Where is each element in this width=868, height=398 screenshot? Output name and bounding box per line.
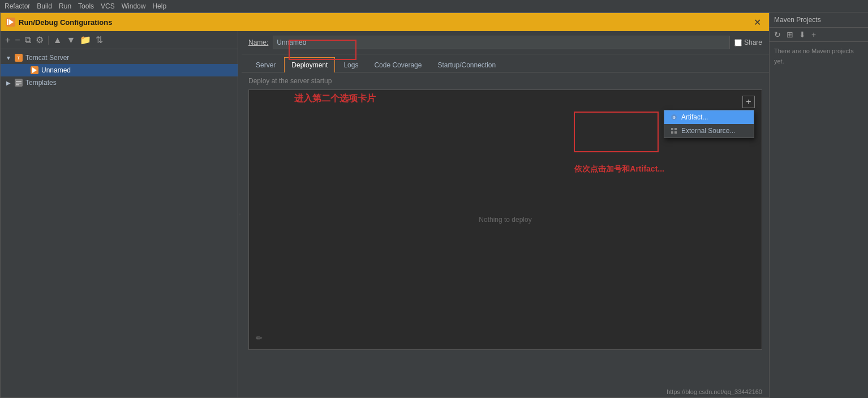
move-down-btn[interactable]: ▼	[66, 36, 77, 45]
dialog-close-button[interactable]: ✕	[751, 17, 763, 28]
share-label: Share	[744, 38, 762, 46]
svg-text:⚙: ⚙	[672, 115, 676, 119]
unnamed-label: Unnamed	[41, 66, 71, 74]
name-input[interactable]	[273, 36, 730, 49]
svg-rect-14	[674, 131, 677, 134]
tabs-bar: Server Deployment Logs Code Coverage Sta…	[242, 54, 769, 72]
dropdown-artifact[interactable]: ⚙ Artifact...	[664, 110, 754, 124]
menu-window[interactable]: Window	[122, 2, 146, 10]
templates-arrow: ▶	[5, 79, 12, 86]
unnamed-config-item[interactable]: Unnamed	[1, 64, 238, 76]
templates-label: Templates	[25, 79, 57, 87]
add-config-btn[interactable]: +	[4, 36, 11, 45]
menu-bar: Refactor Build Run Tools VCS Window Help	[0, 0, 868, 12]
tab-annotation-text: 进入第二个选项卡片	[294, 93, 376, 105]
edit-icon[interactable]: ✏	[256, 333, 263, 343]
svg-rect-6	[16, 81, 22, 82]
menu-run[interactable]: Run	[59, 2, 71, 10]
tab-startup-connection[interactable]: Startup/Connection	[430, 57, 503, 72]
templates-group[interactable]: ▶ Templates	[1, 76, 238, 89]
dialog-titlebar: Run/Debug Configurations ✕	[1, 13, 769, 31]
remove-config-btn[interactable]: −	[14, 36, 21, 45]
dialog-overlay: Run/Debug Configurations ✕ + − ⧉ ⚙ ▲ ▼ 📁…	[0, 12, 769, 398]
nothing-to-deploy: Nothing to deploy	[479, 216, 531, 224]
tomcat-server-group[interactable]: ▼ T Tomcat Server	[1, 52, 238, 64]
maven-panel-title: Maven Projects	[770, 12, 868, 28]
run-debug-icon	[6, 18, 15, 27]
tomcat-server-label: Tomcat Server	[25, 54, 69, 62]
svg-rect-7	[16, 83, 22, 84]
run-debug-dialog: Run/Debug Configurations ✕ + − ⧉ ⚙ ▲ ▼ 📁…	[0, 12, 770, 398]
folder-btn[interactable]: 📁	[79, 36, 92, 45]
move-up-btn[interactable]: ▲	[52, 36, 63, 45]
toolbar-sep1	[48, 36, 49, 45]
sort-btn[interactable]: ⇅	[94, 36, 104, 45]
menu-help[interactable]: Help	[152, 2, 166, 10]
maven-download-btn[interactable]: ⬇	[798, 30, 807, 39]
tab-logs[interactable]: Logs	[336, 57, 366, 72]
unnamed-icon	[30, 66, 39, 75]
tab-deployment[interactable]: Deployment	[284, 57, 335, 72]
deployment-tab-content: Deploy at the server startup Nothing to …	[242, 72, 769, 397]
svg-rect-13	[671, 131, 673, 134]
tree-content: ▼ T Tomcat Server	[1, 49, 238, 397]
maven-no-projects: There are no Maven projects yet.	[770, 42, 868, 71]
copy-config-btn[interactable]: ⧉	[24, 36, 32, 45]
menu-tools[interactable]: Tools	[78, 2, 94, 10]
tree-toolbar: + − ⧉ ⚙ ▲ ▼ 📁 ⇅	[1, 31, 238, 49]
menu-build[interactable]: Build	[37, 2, 52, 10]
maven-panel: Maven Projects ↻ ⊞ ⬇ + There are no Mave…	[769, 12, 868, 398]
settings-config-btn[interactable]: ⚙	[35, 36, 45, 45]
tab-server[interactable]: Server	[248, 57, 283, 72]
svg-rect-12	[674, 128, 677, 130]
tomcat-group-icon: T	[14, 53, 23, 62]
svg-rect-8	[16, 84, 19, 85]
maven-add-module-btn[interactable]: ⊞	[785, 30, 794, 39]
maven-plus-btn[interactable]: +	[810, 30, 817, 39]
maven-refresh-btn[interactable]: ↻	[773, 30, 782, 39]
svg-rect-2	[7, 19, 8, 25]
tab-code-coverage[interactable]: Code Coverage	[367, 57, 429, 72]
svg-rect-11	[671, 128, 673, 130]
menu-vcs[interactable]: VCS	[101, 2, 115, 10]
config-panel: Name: Share Server Deployment Logs Code …	[242, 31, 769, 397]
templates-icon	[14, 78, 23, 87]
tomcat-expand-arrow: ▼	[5, 54, 12, 61]
share-checkbox[interactable]	[734, 39, 742, 46]
external-source-icon	[670, 127, 678, 135]
add-deployment-btn[interactable]: + ⚙	[742, 96, 755, 108]
dialog-title: Run/Debug Configurations	[19, 18, 751, 27]
deploy-area: Nothing to deploy +	[248, 89, 762, 350]
menu-refactor[interactable]: Refactor	[5, 2, 30, 10]
tree-panel: + − ⧉ ⚙ ▲ ▼ 📁 ⇅ ▼ T	[1, 31, 238, 397]
name-row: Name: Share	[242, 31, 769, 54]
artifact-icon: ⚙	[670, 113, 678, 121]
deploy-hint: Deploy at the server startup	[248, 77, 762, 85]
dialog-body: + − ⧉ ⚙ ▲ ▼ 📁 ⇅ ▼ T	[1, 31, 769, 397]
share-checkbox-area: Share	[734, 38, 762, 46]
unnamed-arrow	[21, 67, 28, 74]
add-dropdown-menu: ⚙ Artifact...	[664, 110, 754, 138]
url-watermark: https://blog.csdn.net/qq_33442160	[667, 388, 762, 395]
maven-panel-toolbar: ↻ ⊞ ⬇ +	[770, 28, 868, 42]
name-label: Name:	[248, 38, 268, 46]
plus-btn-container: + ⚙	[742, 96, 755, 108]
dropdown-external-source[interactable]: External Source...	[664, 124, 754, 138]
